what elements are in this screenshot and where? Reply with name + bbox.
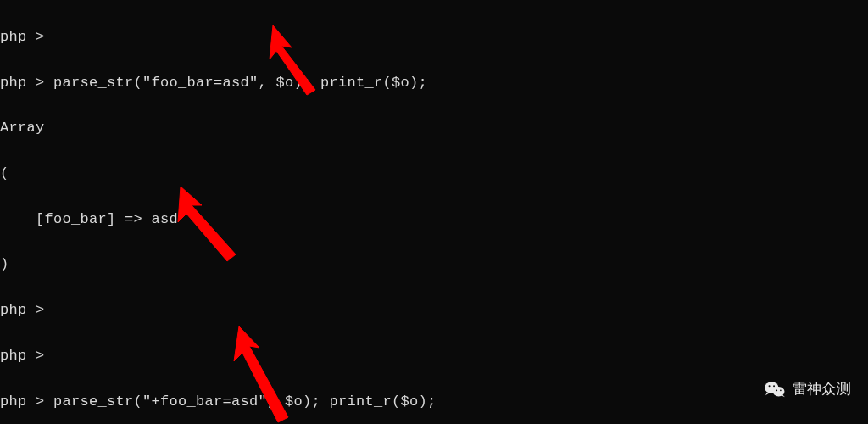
wechat-icon bbox=[764, 380, 786, 399]
terminal-line: ( bbox=[0, 163, 868, 186]
terminal-output: php > php > parse_str("foo_bar=asd", $o)… bbox=[0, 3, 868, 424]
terminal-line: [foo_bar] => asd bbox=[0, 209, 868, 232]
terminal-line: php > bbox=[0, 299, 868, 322]
watermark-text: 雷神众测 bbox=[793, 379, 851, 399]
terminal-line: ) bbox=[0, 254, 868, 276]
svg-point-8 bbox=[780, 389, 782, 391]
svg-point-7 bbox=[776, 389, 777, 391]
terminal-line: php > bbox=[0, 345, 868, 368]
watermark: 雷神众测 bbox=[764, 379, 851, 399]
svg-point-5 bbox=[768, 385, 770, 387]
terminal-line: php > parse_str("+foo_bar=asd", $o); pri… bbox=[0, 391, 868, 414]
svg-point-6 bbox=[773, 385, 775, 387]
terminal-line: Array bbox=[0, 117, 868, 140]
terminal-line: php > bbox=[0, 26, 868, 49]
terminal-line: php > parse_str("foo_bar=asd", $o); prin… bbox=[0, 72, 868, 95]
